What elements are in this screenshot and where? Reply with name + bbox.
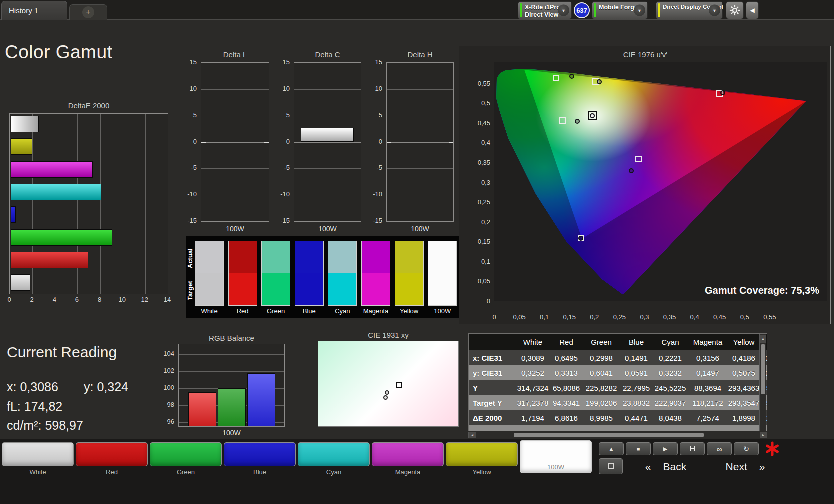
pattern-window-button[interactable] — [599, 458, 623, 474]
y-tick-label: 0,05 — [478, 277, 490, 285]
refresh-button[interactable]: ↻ — [734, 442, 759, 455]
y-tick-label: -5 — [191, 164, 197, 171]
table-cell: 0,6495 — [551, 354, 582, 362]
display-status-indicator — [658, 3, 660, 17]
cie1976-plot: Gamut Coverage: 75,3% — [494, 62, 828, 301]
reading-fl-value: fL: 174,82 — [7, 399, 62, 414]
swatch-blue — [295, 241, 324, 306]
stop-button[interactable]: ■ — [626, 442, 651, 455]
source-selector[interactable]: Mobile Forge ▼ — [592, 1, 648, 19]
deltae-bar-100w — [11, 116, 39, 132]
table-cell: 0,6041 — [582, 369, 621, 377]
column-header: Red — [551, 338, 582, 346]
target-row-label: Target — [186, 275, 194, 306]
scroll-up-button[interactable]: ▲ — [599, 442, 624, 455]
swatch-label: Yellow — [393, 307, 426, 315]
table-cell: 35,4252 — [652, 429, 689, 432]
measured-marker-red — [720, 90, 726, 95]
add-tab-button[interactable]: + — [70, 4, 108, 20]
gridline — [294, 116, 361, 116]
gridline — [202, 89, 269, 90]
delta_h-y-axis: 151050-5-10-15 — [364, 62, 384, 222]
pattern-button-yellow[interactable] — [446, 442, 518, 466]
target-swatch — [428, 273, 456, 305]
table-horizontal-scrollbar[interactable]: ◄ ► — [468, 432, 768, 438]
chevron-down-icon[interactable]: ▼ — [634, 5, 646, 16]
swatch-green — [262, 241, 290, 306]
measured-marker-0 — [385, 390, 390, 395]
x-tick-label: 0,35 — [662, 313, 678, 321]
x-tick-label: 0 — [4, 296, 14, 303]
next-button[interactable]: Next » — [710, 457, 781, 476]
pattern-button-100w[interactable]: 100W — [520, 440, 592, 473]
table-cell: 314,7324 — [515, 384, 551, 392]
display-control-selector[interactable]: Direct Display Control ▼ — [656, 1, 723, 19]
scrollbar-thumb[interactable] — [514, 433, 704, 437]
pattern-button-cyan[interactable] — [298, 442, 370, 466]
pattern-button-green[interactable] — [150, 442, 222, 466]
scroll-left-arrow-icon[interactable]: ◄ — [469, 432, 476, 438]
pattern-button-magenta[interactable] — [372, 442, 444, 466]
zero-tick-mark — [387, 142, 392, 143]
delta_l-plot — [201, 62, 270, 222]
deltae-bar-white — [11, 274, 30, 291]
pattern-button-label: White — [2, 468, 74, 476]
levels-button[interactable] — [680, 442, 705, 455]
table-cell: 0,2998 — [582, 354, 621, 362]
pattern-bar: WhiteRedGreenBlueCyanMagentaYellow100W ▲… — [0, 439, 834, 504]
table-header-row: WhiteRedGreenBlueCyanMagentaYellow — [469, 334, 768, 350]
swatch-magenta — [362, 241, 390, 306]
gridline — [294, 195, 361, 195]
collapse-panel-button[interactable]: ◀ — [746, 1, 759, 19]
tab-history-1[interactable]: History 1 — [2, 1, 68, 20]
table-vertical-scrollbar[interactable]: ▲ — [760, 334, 766, 431]
y-tick-label: 0,15 — [478, 238, 490, 245]
gamut-coverage-readout: Gamut Coverage: 75,3% — [705, 285, 820, 296]
meter-count-badge: 637 — [574, 2, 590, 18]
table-cell: 26,1850 — [551, 429, 582, 432]
gridline — [179, 371, 284, 372]
row-label: Target Y — [469, 399, 515, 407]
gridline — [294, 142, 361, 143]
table-cell: 1,8998 — [727, 414, 761, 422]
pattern-button-label: Yellow — [446, 468, 518, 476]
swatch-label: White — [193, 307, 226, 315]
y-tick-label: 10 — [283, 85, 290, 92]
table-row: y: CIE310,32520,33130,60410,05910,32320,… — [469, 365, 768, 380]
chevron-down-icon[interactable]: ▼ — [558, 5, 570, 16]
zero-tick-mark — [264, 142, 269, 143]
pattern-button-red[interactable] — [76, 442, 148, 466]
table-cell: 88,3694 — [689, 384, 727, 392]
measured-marker-1 — [384, 395, 388, 400]
play-button[interactable]: ▶ — [653, 442, 678, 455]
table-cell: 317,2378 — [515, 399, 551, 407]
row-label: Y — [469, 384, 515, 392]
zero-tick-mark — [449, 142, 454, 143]
actual-swatch — [362, 241, 390, 273]
continuous-read-button[interactable]: ∞ — [707, 442, 732, 455]
scroll-right-arrow-icon[interactable]: ► — [760, 432, 767, 438]
deltae-x-axis: 02468101214 — [10, 296, 168, 304]
target-marker-green — [553, 75, 560, 81]
scrollbar-thumb[interactable] — [761, 344, 766, 394]
y-tick-label: 10 — [190, 85, 197, 92]
gridline — [123, 114, 124, 294]
gridline — [294, 168, 361, 169]
chevron-down-icon[interactable]: ▼ — [709, 5, 720, 16]
x-tick-label: 12 — [140, 296, 150, 303]
table-cell: 10,6710 — [727, 429, 761, 432]
gridline — [100, 114, 101, 294]
meter-selector[interactable]: X-Rite i1Pro 3 Direct View ▼ — [518, 1, 572, 19]
x-tick-label: 0,5 — [737, 313, 753, 321]
back-button[interactable]: « Back — [628, 457, 704, 476]
pattern-button-label: Magenta — [372, 468, 444, 476]
results-table: WhiteRedGreenBlueCyanMagentaYellowx: CIE… — [468, 333, 768, 431]
table-cell: 23,8832 — [621, 399, 652, 407]
pattern-button-blue[interactable] — [224, 442, 296, 466]
rgb-balance-title: RGB Balance — [178, 334, 285, 342]
scroll-up-arrow-icon[interactable]: ▲ — [760, 335, 766, 343]
y-tick-label: 0,1 — [482, 258, 490, 265]
settings-button[interactable] — [726, 1, 744, 19]
column-header: Yellow — [727, 338, 761, 346]
pattern-button-white[interactable] — [2, 442, 74, 466]
